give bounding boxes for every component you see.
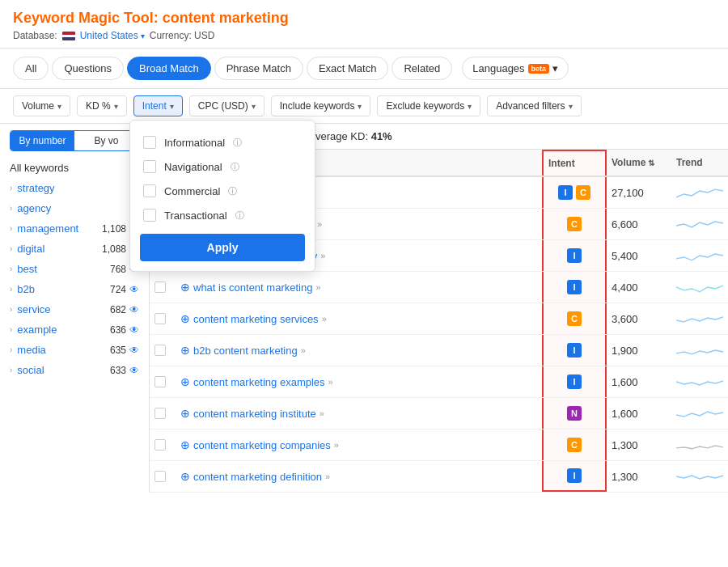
keyword-link[interactable]: ⊕ what is content marketing »	[180, 281, 321, 294]
intent-transactional-item[interactable]: Transactional ⓘ	[140, 203, 305, 227]
tabs-row: All Questions Broad Match Phrase Match E…	[0, 49, 728, 89]
intent-navigational-item[interactable]: Navigational ⓘ	[140, 154, 305, 179]
cpc-filter[interactable]: CPC (USD) ▾	[189, 95, 265, 116]
tab-broad-match[interactable]: Broad Match	[127, 57, 211, 80]
intent-badge-i: I	[558, 185, 573, 200]
navigational-checkbox[interactable]	[143, 160, 156, 173]
beta-badge: beta	[528, 64, 550, 74]
keyword-cell: ⊕ content marketing services »	[176, 303, 542, 334]
keyword-cell: ⊕ content marketing examples »	[176, 366, 542, 397]
tab-all[interactable]: All	[13, 57, 49, 80]
volume-cell: 6,600	[607, 209, 671, 239]
volume-filter[interactable]: Volume ▾	[13, 95, 70, 116]
flag-icon	[62, 32, 75, 40]
table-row: ⊕ content marketing companies » C 1,300	[150, 429, 728, 461]
sidebar-item-management[interactable]: › management 1,108 👁	[0, 218, 149, 239]
keyword-link[interactable]: ⊕ content marketing examples »	[180, 375, 333, 388]
view-by-number[interactable]: By number	[11, 131, 74, 150]
intent-cell: I	[542, 366, 607, 397]
advanced-filters[interactable]: Advanced filters ▾	[487, 95, 581, 116]
intent-cell: I	[542, 335, 607, 366]
tab-related[interactable]: Related	[392, 57, 452, 80]
exclude-keywords-filter[interactable]: Exclude keywords ▾	[377, 95, 480, 116]
intent-dropdown: Informational ⓘ Navigational ⓘ Commercia…	[129, 120, 315, 272]
chevron-right-icon: ›	[10, 184, 12, 193]
chevron-right-icon: ›	[10, 244, 12, 253]
th-volume[interactable]: Volume ⇅	[607, 150, 671, 176]
row-checkbox[interactable]	[150, 335, 176, 366]
trend-cell	[671, 272, 728, 303]
page-title: Keyword Magic Tool: content marketing	[13, 10, 715, 27]
chevron-down-icon: ▾	[170, 102, 174, 111]
chevron-right-icon: ›	[10, 264, 12, 273]
row-checkbox[interactable]	[150, 398, 176, 429]
languages-button[interactable]: Languages beta ▾	[462, 57, 569, 80]
intent-cell: I	[542, 461, 607, 492]
kd-filter[interactable]: KD % ▾	[77, 95, 127, 116]
trend-cell	[671, 335, 728, 366]
plus-icon: ⊕	[180, 344, 190, 357]
informational-checkbox[interactable]	[143, 136, 156, 149]
volume-cell: 5,400	[607, 240, 671, 271]
intent-informational-item[interactable]: Informational ⓘ	[140, 130, 305, 154]
eye-icon[interactable]: 👁	[129, 365, 139, 376]
row-checkbox[interactable]	[150, 429, 176, 460]
trend-cell	[671, 461, 728, 492]
intent-filter[interactable]: Intent ▾	[133, 95, 183, 116]
sidebar-item-best[interactable]: › best 768 👁	[0, 259, 149, 279]
sidebar-item-strategy[interactable]: › strategy 👁	[0, 178, 149, 198]
double-chevron-icon: »	[325, 472, 330, 481]
intent-cell: I C	[542, 177, 607, 208]
row-checkbox[interactable]	[150, 272, 176, 303]
sidebar-item-service[interactable]: › service 682 👁	[0, 299, 149, 319]
keyword-link[interactable]: ⊕ b2b content marketing »	[180, 344, 306, 357]
eye-icon[interactable]: 👁	[129, 345, 139, 356]
sidebar-item-b2b[interactable]: › b2b 724 👁	[0, 279, 149, 299]
transactional-checkbox[interactable]	[143, 209, 156, 222]
chevron-down-icon: ▾	[358, 102, 362, 111]
tab-phrase-match[interactable]: Phrase Match	[214, 57, 303, 80]
keyword-link[interactable]: ⊕ content marketing services »	[180, 312, 327, 325]
currency-label: Currency: USD	[150, 30, 215, 41]
chevron-right-icon: ›	[10, 345, 12, 354]
row-checkbox[interactable]	[150, 461, 176, 492]
sidebar-item-media[interactable]: › media 635 👁	[0, 340, 149, 360]
row-checkbox[interactable]	[150, 303, 176, 334]
keyword-cell: ⊕ b2b content marketing »	[176, 335, 542, 366]
eye-icon[interactable]: 👁	[129, 284, 139, 295]
volume-cell: 4,400	[607, 272, 671, 303]
keyword-cell: ⊕ content marketing institute »	[176, 398, 542, 429]
keyword-link[interactable]: ⊕ content marketing institute »	[180, 407, 324, 420]
trend-cell	[671, 303, 728, 334]
sidebar-item-digital[interactable]: › digital 1,088 👁	[0, 239, 149, 259]
row-checkbox[interactable]	[150, 366, 176, 397]
commercial-checkbox[interactable]	[143, 184, 156, 197]
tab-exact-match[interactable]: Exact Match	[307, 57, 389, 80]
chevron-right-icon: ›	[10, 325, 12, 334]
table-row: ⊕ content marketing services » C 3,600	[150, 303, 728, 335]
keyword-link[interactable]: ⊕ content marketing companies »	[180, 438, 339, 451]
intent-commercial-item[interactable]: Commercial ⓘ	[140, 179, 305, 203]
volume-cell: 1,600	[607, 366, 671, 397]
plus-icon: ⊕	[180, 281, 190, 294]
country-selector[interactable]: United States ▾	[80, 30, 145, 41]
trend-cell	[671, 366, 728, 397]
chevron-down-icon: ▾	[57, 102, 61, 111]
intent-badge-c: C	[567, 311, 582, 326]
intent-cell: C	[542, 303, 607, 334]
tab-questions[interactable]: Questions	[52, 57, 124, 80]
keyword-link[interactable]: ⊕ content marketing definition »	[180, 470, 330, 483]
intent-cell: I	[542, 272, 607, 303]
include-keywords-filter[interactable]: Include keywords ▾	[271, 95, 371, 116]
eye-icon[interactable]: 👁	[129, 304, 139, 315]
table-row: ⊕ what is content marketing » I 4,400	[150, 272, 728, 303]
apply-button[interactable]: Apply	[140, 234, 305, 261]
sidebar-item-agency[interactable]: › agency 👁	[0, 198, 149, 218]
chevron-right-icon: ›	[10, 285, 12, 294]
plus-icon: ⊕	[180, 375, 190, 388]
table-row: ⊕ content marketing definition » I 1,300	[150, 461, 728, 493]
eye-icon[interactable]: 👁	[129, 324, 139, 336]
volume-cell: 1,300	[607, 429, 671, 460]
sidebar-item-social[interactable]: › social 633 👁	[0, 360, 149, 380]
sidebar-item-example[interactable]: › example 636 👁	[0, 319, 149, 340]
